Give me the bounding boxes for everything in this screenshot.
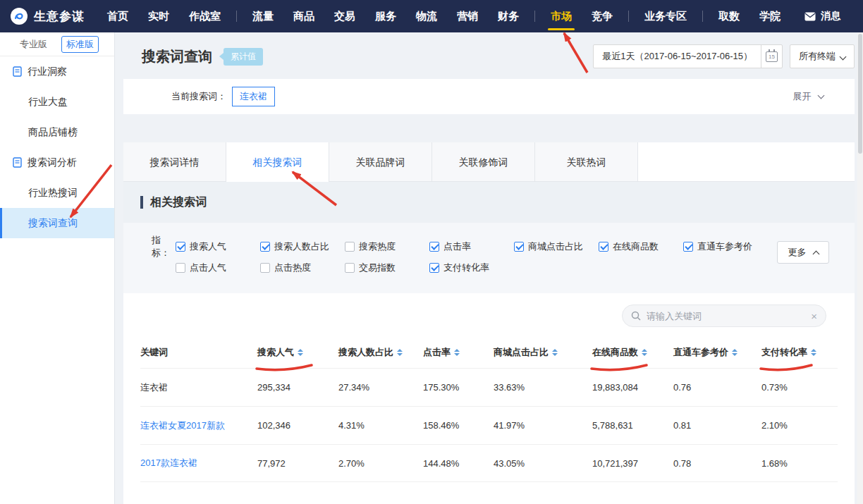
column-header-mall-click-ratio[interactable]: 商城点击占比 xyxy=(494,346,592,359)
terminal-selector[interactable]: 所有终端 xyxy=(790,44,855,68)
checkbox[interactable] xyxy=(599,242,608,252)
checkbox[interactable] xyxy=(429,263,439,273)
metric-mall-click-ratio[interactable]: 商城点击占比 xyxy=(514,240,599,253)
column-header-ztc-reference-price[interactable]: 直通车参考价 xyxy=(673,346,761,359)
checkbox[interactable] xyxy=(260,242,270,252)
metric-click-rate[interactable]: 点击率 xyxy=(429,240,514,253)
metric-search-heat[interactable]: 搜索热度 xyxy=(345,240,429,253)
sidebar-item-industry-insight[interactable]: 行业洞察 xyxy=(0,56,114,87)
keyword-search-box[interactable]: × xyxy=(622,305,826,327)
version-tab-standard[interactable]: 标准版 xyxy=(61,36,99,53)
checkbox[interactable] xyxy=(683,242,693,252)
column-label: 支付转化率 xyxy=(761,346,807,359)
metric-ztc-reference-price[interactable]: 直通车参考价 xyxy=(683,240,768,253)
tab-related-hot-words[interactable]: 关联热词 xyxy=(535,142,638,182)
metric-payment-conversion[interactable]: 支付转化率 xyxy=(429,262,514,274)
cell-online-products: 10,721,397 xyxy=(592,458,673,469)
sort-icon[interactable] xyxy=(811,349,816,356)
more-button[interactable]: 更多 xyxy=(777,241,829,264)
cell-online-products: 19,883,084 xyxy=(592,382,673,393)
chevron-up-icon xyxy=(813,251,820,258)
calendar-button[interactable]: 15 xyxy=(761,45,782,68)
current-keyword-tag[interactable]: 连衣裙 xyxy=(232,87,275,106)
brand[interactable]: 生意参谋 xyxy=(10,7,85,25)
messages-button[interactable]: 消息 xyxy=(804,10,853,23)
keyword-search-input[interactable] xyxy=(647,311,805,321)
column-header-online-products[interactable]: 在线商品数 xyxy=(592,346,673,359)
nav-item-academy[interactable]: 学院 xyxy=(749,0,790,32)
nav-separator xyxy=(702,11,703,22)
checkbox[interactable] xyxy=(260,263,270,273)
metric-search-popularity[interactable]: 搜索人气 xyxy=(176,240,260,253)
metric-trade-index[interactable]: 交易指数 xyxy=(345,262,429,274)
nav-item-logistics[interactable]: 物流 xyxy=(406,0,447,32)
column-header-searcher-ratio[interactable]: 搜索人数占比 xyxy=(338,346,423,359)
nav-item-service[interactable]: 服务 xyxy=(365,0,406,32)
nav-item-realtime[interactable]: 实时 xyxy=(138,0,179,32)
terminal-selector-value: 所有终端 xyxy=(799,50,836,63)
nav-item-business-zone[interactable]: 业务专区 xyxy=(635,0,697,32)
metric-click-popularity[interactable]: 点击人气 xyxy=(176,262,260,274)
nav-item-home[interactable]: 首页 xyxy=(97,0,138,32)
expand-label: 展开 xyxy=(792,91,811,102)
cumulative-badge: 累计值 xyxy=(224,48,263,66)
nav-item-competition[interactable]: 竞争 xyxy=(582,0,623,32)
sidebar-item-search-word-query[interactable]: 搜索词查询 xyxy=(0,208,114,238)
column-header-search-popularity[interactable]: 搜索人气 xyxy=(257,346,338,359)
nav-item-marketing[interactable]: 营销 xyxy=(447,0,488,32)
expand-link[interactable]: 展开 xyxy=(792,90,824,103)
nav-item-warroom[interactable]: 作战室 xyxy=(179,0,231,32)
nav-item-finance[interactable]: 财务 xyxy=(488,0,529,32)
sort-icon[interactable] xyxy=(552,349,558,356)
sort-icon[interactable] xyxy=(732,349,737,356)
cell-ztc-reference-price: 0.76 xyxy=(673,382,761,393)
sort-icon[interactable] xyxy=(397,349,403,356)
checkbox[interactable] xyxy=(345,263,355,273)
nav-item-traffic[interactable]: 流量 xyxy=(243,0,283,32)
checkbox[interactable] xyxy=(176,263,185,273)
sort-icon[interactable] xyxy=(642,349,647,356)
metric-searcher-ratio[interactable]: 搜索人数占比 xyxy=(260,240,345,253)
sidebar-item-search-word-analysis[interactable]: 搜索词分析 xyxy=(0,147,114,178)
nav-separator xyxy=(628,11,629,22)
nav-item-trade[interactable]: 交易 xyxy=(324,0,365,32)
version-tab-pro[interactable]: 专业版 xyxy=(16,37,51,52)
cell-keyword-link[interactable]: 连衣裙女夏2017新款 xyxy=(140,419,257,432)
sidebar-item-product-shop-rank[interactable]: 商品店铺榜 xyxy=(0,117,114,147)
top-navbar: 生意参谋 首页 实时 作战室 流量 商品 交易 服务 物流 营销 财务 市场 竞… xyxy=(0,0,863,32)
checkbox[interactable] xyxy=(176,242,185,252)
cell-searcher-ratio: 4.31% xyxy=(338,420,423,431)
metric-click-heat[interactable]: 点击热度 xyxy=(260,262,345,274)
content-panel: 搜索词详情 相关搜索词 关联品牌词 关联修饰词 关联热词 相关搜索词 指标： 搜… xyxy=(123,142,855,504)
table-row: 连衣裙 295,334 27.34% 175.30% 33.63% 19,883… xyxy=(140,368,838,406)
column-header-payment-conversion[interactable]: 支付转化率 xyxy=(761,346,838,359)
sidebar-item-industry-overview[interactable]: 行业大盘 xyxy=(0,87,114,117)
cell-keyword-link[interactable]: 2017款连衣裙 xyxy=(140,457,257,469)
column-label: 点击率 xyxy=(423,346,451,359)
tab-search-word-detail[interactable]: 搜索词详情 xyxy=(123,142,226,182)
sort-icon[interactable] xyxy=(298,349,303,356)
sort-icon[interactable] xyxy=(454,349,460,356)
metric-online-products[interactable]: 在线商品数 xyxy=(599,240,683,253)
nav-item-data-fetch[interactable]: 取数 xyxy=(709,0,749,32)
checkbox[interactable] xyxy=(429,242,439,252)
tab-related-modifier-words[interactable]: 关联修饰词 xyxy=(432,142,535,182)
metric-label: 点击人气 xyxy=(190,262,226,274)
clear-icon[interactable]: × xyxy=(811,311,817,321)
date-range-picker[interactable]: 最近1天（2017-06-15~2017-06-15） 15 xyxy=(593,44,783,68)
sidebar-item-industry-hot-words[interactable]: 行业热搜词 xyxy=(0,178,114,208)
tab-related-search-words[interactable]: 相关搜索词 xyxy=(226,142,329,182)
column-header-click-rate[interactable]: 点击率 xyxy=(423,346,494,359)
nav-item-product[interactable]: 商品 xyxy=(283,0,324,32)
metric-label: 直通车参考价 xyxy=(697,240,752,253)
tab-related-brand-words[interactable]: 关联品牌词 xyxy=(329,142,432,182)
message-icon xyxy=(804,12,816,21)
cell-ztc-reference-price: 0.78 xyxy=(673,458,761,469)
metrics-row-2: 点击人气 点击热度 交易指数 支付转化率 xyxy=(152,259,855,276)
metric-label: 在线商品数 xyxy=(613,240,659,253)
checkbox[interactable] xyxy=(514,242,524,252)
checkbox[interactable] xyxy=(345,242,355,252)
scrollbar-thumb[interactable] xyxy=(858,34,862,154)
vertical-scrollbar[interactable] xyxy=(857,32,863,504)
nav-item-market[interactable]: 市场 xyxy=(541,0,582,32)
